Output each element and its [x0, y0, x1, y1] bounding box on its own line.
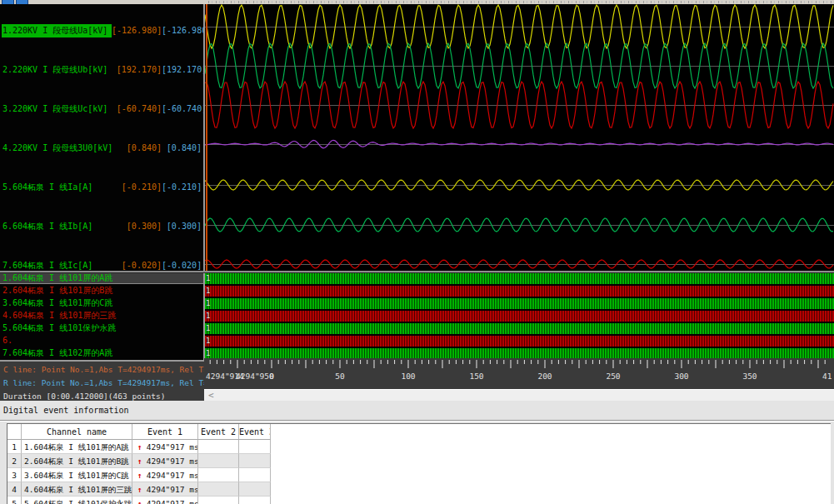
header-event-3: Event 3: [239, 424, 271, 440]
event-1-time: 4294"917 ms: [147, 454, 198, 468]
digital-channel-row-7[interactable]: 7.604柘泉 I 线102屏的A跳: [0, 347, 203, 358]
digital-channel-row-4[interactable]: 4.604柘泉 I 线101屏的三跳: [0, 310, 203, 321]
instant-value: [-0.210]: [112, 182, 162, 193]
instant-value: [0.840]: [112, 142, 162, 154]
digital-bar-3[interactable]: 1: [205, 298, 834, 309]
cursor-value: [-126.980]: [162, 25, 203, 37]
event-3-cell: [239, 497, 271, 504]
event-1-time: 4294"917 ms: [147, 468, 198, 482]
ruler-label: 0: [269, 372, 274, 381]
ruler-label: 100: [401, 372, 415, 381]
row-number: 2: [7, 454, 22, 468]
analog-channel-label: 5.604柘泉 I 线Ia[A]: [0, 182, 112, 193]
ruler-label: 350: [742, 372, 757, 381]
digital-bar-2[interactable]: 1: [205, 286, 834, 297]
event-channel-name: 3.604柘泉 I 线101屏的C跳: [22, 468, 132, 482]
cursor-status-panel: C line: Point No.=1,Abs T=4294917ms, Rel…: [0, 360, 204, 403]
analog-channel-row-2[interactable]: 2.220KV I 段母线Ub[kV][192.170][192.170]: [0, 64, 203, 76]
analog-channel-row-3[interactable]: 3.220KV I 段母线Uc[kV][-60.740][-60.740]: [0, 103, 203, 115]
event-table-row-3[interactable]: 33.604柘泉 I 线101屏的C跳↑4294"917 ms: [7, 468, 271, 482]
event-table-row-1[interactable]: 11.604柘泉 I 线101屏的A跳↑4294"917 ms: [7, 440, 271, 454]
event-3-cell: [239, 482, 271, 497]
event-1-time: 4294"917 ms: [147, 482, 198, 497]
horizontal-scrollbar[interactable]: <: [204, 389, 834, 401]
ruler-label: 150: [469, 372, 483, 381]
event-3-cell: [239, 468, 271, 482]
instant-value: [0.300]: [112, 221, 162, 232]
header-channel-name: Channel name: [22, 424, 132, 440]
analog-channel-row-4[interactable]: 4.220KV I 段母线3U0[kV][0.840][0.840]: [0, 142, 203, 154]
instant-value: [-60.740]: [112, 103, 162, 115]
c-cursor-status: C line: Point No.=1,Abs T=4294917ms, Rel…: [3, 363, 204, 377]
section-divider: [0, 420, 834, 422]
digital-state-value: 1: [206, 311, 210, 322]
analog-waveforms: [205, 4, 834, 271]
analog-channel-row-6[interactable]: 6.604柘泉 I 线Ib[A][0.300][0.300]: [0, 221, 203, 232]
event-table-body: 11.604柘泉 I 线101屏的A跳↑4294"917 ms22.604柘泉 …: [7, 440, 831, 504]
digital-waveform-panel[interactable]: 1111111: [205, 273, 834, 358]
event-table-row-2[interactable]: 22.604柘泉 I 线101屏的B跳↑4294"917 ms: [7, 454, 271, 468]
instant-value: [-126.980]: [112, 25, 162, 37]
digital-channel-row-1[interactable]: 1.604柘泉 I 线101屏的A跳: [0, 272, 203, 284]
cursor-value: [0.840]: [162, 142, 203, 154]
window-title-fragment: [208, 1, 832, 3]
analog-channel-row-7[interactable]: 7.604柘泉 I 线Ic[A][-0.020][-0.020]: [0, 260, 203, 272]
digital-bar-1[interactable]: 1: [205, 273, 834, 284]
time-ruler: 4294"9144294"95005010015020025030035041: [204, 358, 834, 389]
scroll-left-icon[interactable]: <: [208, 390, 214, 401]
ruler-label: 4294"950: [236, 372, 274, 381]
digital-channel-row-3[interactable]: 3.604柘泉 I 线101屏的C跳: [0, 297, 203, 308]
event-1-cell: ↑4294"917 ms: [132, 497, 198, 504]
ruler-label: 300: [674, 372, 688, 381]
analog-channel-row-5[interactable]: 5.604柘泉 I 线Ia[A][-0.210][-0.210]: [0, 182, 203, 193]
header-event-1: Event 1: [132, 424, 198, 440]
channel-label-panel: 1.220KV I 段母线Ua[kV][-126.980][-126.980]2…: [0, 4, 203, 360]
digital-state-value: 1: [206, 336, 210, 347]
digital-bar-6[interactable]: 1: [205, 336, 834, 347]
event-table-row-4[interactable]: 44.604柘泉 I 线101屏的三跳↑4294"917 ms: [7, 482, 271, 497]
event-1-time: 4294"917 ms: [147, 497, 198, 504]
digital-bar-4[interactable]: 1: [205, 311, 834, 322]
digital-state-value: 1: [206, 286, 210, 297]
ruler-label: 200: [537, 372, 552, 381]
ruler-label: 50: [335, 372, 345, 381]
rising-edge-icon: ↑: [137, 482, 142, 497]
analog-channel-label: 3.220KV I 段母线Uc[kV]: [0, 103, 112, 115]
event-1-cell: ↑4294"917 ms: [132, 440, 198, 454]
digital-channel-row-5[interactable]: 5.604柘泉 I 线101保护永跳: [0, 322, 203, 333]
analog-channel-row-1[interactable]: 1.220KV I 段母线Ua[kV][-126.980][-126.980]: [0, 25, 203, 37]
header-row-number: [7, 424, 22, 440]
cursor-value: [-60.740]: [162, 103, 203, 115]
digital-bar-7[interactable]: 1: [205, 348, 834, 358]
event-2-cell: [198, 440, 239, 454]
digital-state-value: 1: [206, 348, 210, 358]
event-1-cell: ↑4294"917 ms: [132, 482, 198, 497]
event-1-cell: ↑4294"917 ms: [132, 454, 198, 468]
row-number: 5: [7, 497, 22, 504]
event-2-cell: [198, 482, 239, 497]
section-title: Digital event information: [3, 406, 129, 415]
ruler-label: 41: [822, 372, 832, 381]
digital-state-value: 1: [206, 298, 210, 309]
header-event-2: Event 2: [198, 424, 239, 440]
event-table-row-5[interactable]: 55.604柘泉 I 线101保护永跳↑4294"917 ms: [7, 497, 271, 504]
digital-state-value: 1: [206, 273, 210, 284]
event-1-cell: ↑4294"917 ms: [132, 468, 198, 482]
row-number: 3: [7, 468, 22, 482]
event-2-cell: [198, 497, 239, 504]
digital-state-value: 1: [206, 323, 210, 334]
digital-channel-row-6[interactable]: 6.: [0, 335, 203, 346]
cursor-value: [-0.020]: [162, 260, 203, 272]
event-channel-name: 2.604柘泉 I 线101屏的B跳: [22, 454, 132, 468]
analog-waveform-panel[interactable]: [205, 4, 834, 271]
event-channel-name: 1.604柘泉 I 线101屏的A跳: [22, 440, 132, 454]
cursor-value: [-0.210]: [162, 182, 203, 193]
digital-event-section: Digital event information Channel name E…: [0, 401, 834, 504]
event-table-header: Channel name Event 1 Event 2 Event 3: [7, 424, 271, 440]
time-ruler-strip[interactable]: 4294"9144294"95005010015020025030035041: [204, 358, 834, 389]
digital-channel-row-2[interactable]: 2.604柘泉 I 线101屏的B跳: [0, 285, 203, 296]
digital-bar-5[interactable]: 1: [205, 323, 834, 334]
row-number: 4: [7, 482, 22, 497]
row-number: 1: [7, 440, 22, 454]
rising-edge-icon: ↑: [137, 440, 142, 454]
